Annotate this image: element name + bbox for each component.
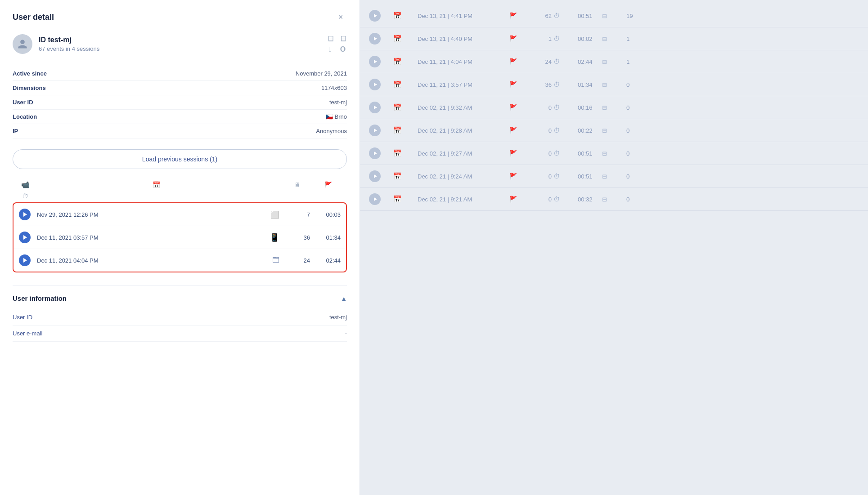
section-toggle[interactable]: ▲ — [341, 295, 347, 302]
right-flag-count: 1 — [534, 36, 552, 42]
right-play-button[interactable] — [369, 102, 381, 113]
right-session-row[interactable]: 📅 Dec 02, 21 | 9:32 AM 🚩 0 ⏱ 00:16 ⊟ 0 — [360, 96, 868, 119]
right-play-button[interactable] — [369, 125, 381, 136]
right-session-date: Dec 11, 21 | 4:04 PM — [418, 58, 508, 65]
right-page-icon: ⊟ — [602, 81, 625, 88]
desktop-header-icon: 🖥 — [284, 181, 311, 188]
right-duration: 00:22 — [578, 127, 600, 134]
right-flag-icon: 🚩 — [509, 35, 532, 42]
right-pages: 0 — [626, 127, 649, 134]
section-header: User information ▲ — [13, 294, 347, 302]
right-session-date: Dec 13, 21 | 4:40 PM — [418, 36, 508, 42]
right-play-button[interactable] — [369, 33, 381, 45]
right-session-row[interactable]: 📅 Dec 02, 21 | 9:24 AM 🚩 0 ⏱ 00:51 ⊟ 0 — [360, 165, 868, 188]
right-clock-icon: ⏱ — [553, 196, 576, 203]
meta-row-user-id: User ID test-mj — [13, 95, 347, 110]
right-flag-count: 0 — [534, 173, 552, 180]
right-page-icon: ⊟ — [602, 58, 625, 65]
right-clock-icon: ⏱ — [553, 150, 576, 157]
right-play-button[interactable] — [369, 147, 381, 159]
device-icons: 🖥 🖥  O — [326, 34, 347, 54]
right-page-icon: ⊟ — [602, 36, 625, 42]
right-session-date: Dec 02, 21 | 9:32 AM — [418, 104, 508, 111]
right-calendar-icon: 📅 — [393, 35, 416, 43]
right-session-date: Dec 02, 21 | 9:21 AM — [418, 196, 508, 203]
right-play-button[interactable] — [369, 193, 381, 205]
right-play-button[interactable] — [369, 56, 381, 67]
right-page-icon: ⊟ — [602, 127, 625, 134]
right-flag-count: 0 — [534, 196, 552, 203]
right-duration: 01:34 — [578, 81, 600, 88]
right-flag-count: 0 — [534, 127, 552, 134]
play-button[interactable] — [19, 254, 31, 266]
right-session-row[interactable]: 📅 Dec 02, 21 | 9:28 AM 🚩 0 ⏱ 00:22 ⊟ 0 — [360, 119, 868, 142]
right-play-button[interactable] — [369, 10, 381, 22]
session-date: Nov 29, 2021 12:26 PM — [37, 211, 267, 218]
right-flag-icon: 🚩 — [509, 127, 532, 134]
session-duration: 00:03 — [314, 211, 341, 218]
right-pages: 0 — [626, 196, 649, 203]
user-info-top: ID test-mj 67 events in 4 sessions 🖥 🖥 … — [13, 34, 347, 54]
right-pages: 19 — [626, 13, 649, 19]
right-pages: 0 — [626, 150, 649, 157]
play-button[interactable] — [19, 209, 31, 220]
right-clock-icon: ⏱ — [553, 104, 576, 111]
right-duration: 00:51 — [578, 13, 600, 19]
right-session-date: Dec 02, 21 | 9:24 AM — [418, 173, 508, 180]
right-duration: 00:02 — [578, 36, 600, 42]
right-calendar-icon: 📅 — [393, 80, 416, 89]
right-session-row[interactable]: 📅 Dec 02, 21 | 9:21 AM 🚩 0 ⏱ 00:32 ⊟ 0 — [360, 188, 868, 211]
active-since-label: Active since — [13, 70, 47, 77]
flag-emoji: 🇨🇿 — [326, 113, 333, 120]
panel-title: User detail — [13, 13, 54, 22]
load-sessions-button[interactable]: Load previous sessions (1) — [13, 149, 347, 169]
right-session-row[interactable]: 📅 Dec 13, 21 | 4:40 PM 🚩 1 ⏱ 00:02 ⊟ 1 — [360, 27, 868, 50]
right-play-button[interactable] — [369, 79, 381, 90]
right-clock-icon: ⏱ — [553, 127, 576, 134]
right-clock-icon: ⏱ — [553, 173, 576, 180]
right-session-date: Dec 13, 21 | 4:41 PM — [418, 13, 508, 19]
right-play-button[interactable] — [369, 170, 381, 182]
right-session-row[interactable]: 📅 Dec 11, 21 | 4:04 PM 🚩 24 ⏱ 02:44 ⊟ 1 — [360, 50, 868, 73]
session-date: Dec 11, 2021 04:04 PM — [37, 257, 269, 264]
dimensions-value: 1174x603 — [321, 85, 347, 91]
right-panel: 📅 Dec 13, 21 | 4:41 PM 🚩 62 ⏱ 00:51 ⊟ 19… — [360, 0, 868, 495]
right-calendar-icon: 📅 — [393, 58, 416, 66]
session-device-icon: 📱 — [270, 232, 279, 242]
right-flag-count: 62 — [534, 13, 552, 19]
session-count: 36 — [283, 234, 310, 241]
session-row[interactable]: Dec 11, 2021 04:04 PM 🗔 24 02:44 — [13, 249, 346, 272]
right-session-row[interactable]: 📅 Dec 11, 21 | 3:57 PM 🚩 36 ⏱ 01:34 ⊟ 0 — [360, 73, 868, 96]
right-pages: 1 — [626, 58, 649, 65]
info-row-user-id: User ID test-mj — [13, 309, 347, 326]
info-row-email: User e-mail - — [13, 326, 347, 342]
right-duration: 00:16 — [578, 104, 600, 111]
right-session-date: Dec 02, 21 | 9:28 AM — [418, 127, 508, 134]
close-button[interactable]: × — [334, 11, 347, 23]
right-pages: 0 — [626, 173, 649, 180]
monitor-icon: 🖥 — [339, 34, 347, 44]
session-row[interactable]: Dec 11, 2021 03:57 PM 📱 36 01:34 — [13, 226, 346, 249]
session-row[interactable]: Nov 29, 2021 12:26 PM ⬜ 7 00:03 — [13, 203, 346, 226]
avatar — [13, 34, 32, 54]
dimensions-label: Dimensions — [13, 85, 46, 91]
right-session-row[interactable]: 📅 Dec 02, 21 | 9:27 AM 🚩 0 ⏱ 00:51 ⊟ 0 — [360, 142, 868, 165]
right-flag-icon: 🚩 — [509, 150, 532, 157]
ip-label: IP — [13, 128, 18, 134]
right-session-list: 📅 Dec 13, 21 | 4:41 PM 🚩 62 ⏱ 00:51 ⊟ 19… — [360, 0, 868, 215]
user-icon — [17, 39, 28, 49]
right-session-row[interactable]: 📅 Dec 13, 21 | 4:41 PM 🚩 62 ⏱ 00:51 ⊟ 19 — [360, 4, 868, 27]
user-info-left: ID test-mj 67 events in 4 sessions — [13, 34, 99, 54]
right-page-icon: ⊟ — [602, 13, 625, 19]
flag-header-icon: 🚩 — [315, 181, 342, 188]
right-flag-count: 0 — [534, 104, 552, 111]
session-count: 7 — [283, 211, 310, 218]
clock-header-icon: ⏱ — [18, 192, 32, 200]
right-page-icon: ⊟ — [602, 196, 625, 203]
play-button[interactable] — [19, 232, 31, 243]
info-value: test-mj — [329, 314, 347, 321]
info-value: - — [345, 330, 347, 337]
session-device-icon: ⬜ — [270, 210, 279, 219]
user-identity: ID test-mj 67 events in 4 sessions — [39, 36, 99, 52]
section-title: User information — [13, 294, 67, 302]
